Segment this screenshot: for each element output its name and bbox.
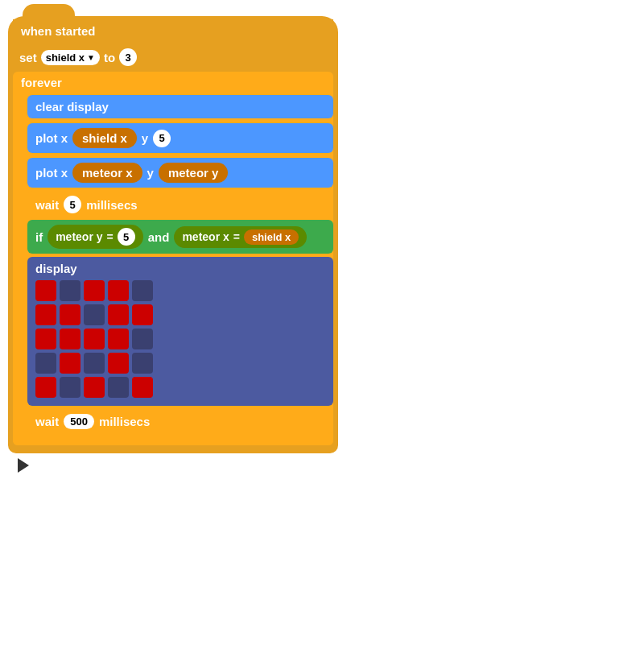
pixel-dark xyxy=(84,304,105,325)
pixel-dark xyxy=(132,353,153,374)
pixel-red xyxy=(108,304,129,325)
eq2: = xyxy=(233,230,240,243)
forever-block: forever clear display plot x shield x y … xyxy=(13,72,333,445)
plot-x2-label: plot x xyxy=(35,166,68,180)
set-block[interactable]: set shield x ▼ to 3 xyxy=(13,44,333,70)
condition-meteor-x[interactable]: meteor x = shield x xyxy=(174,226,307,248)
plot-shield-block[interactable]: plot x shield x y 5 xyxy=(27,123,333,153)
pixel-dark xyxy=(84,353,105,374)
pixel-red xyxy=(132,377,153,398)
to-label: to xyxy=(104,51,115,64)
meteor-y-var[interactable]: meteor y xyxy=(159,163,229,183)
pixel-dark xyxy=(132,280,153,301)
pixel-red xyxy=(60,304,80,325)
forever-label: forever xyxy=(13,72,333,93)
meteor-x-var[interactable]: meteor x xyxy=(72,163,142,183)
pixel-red xyxy=(84,377,105,398)
pixel-dark xyxy=(60,280,80,301)
pixel-red xyxy=(60,329,80,349)
pixel-red xyxy=(132,304,153,325)
forever-bottom xyxy=(13,437,333,445)
wait-value2[interactable]: 500 xyxy=(64,414,94,429)
cond-value1[interactable]: 5 xyxy=(118,228,135,246)
display-block: display xyxy=(27,257,333,406)
wait-label1: wait xyxy=(35,198,59,212)
if-label: if xyxy=(35,230,43,244)
pixel-dark xyxy=(60,377,80,398)
millisecs1: millisecs xyxy=(86,198,137,212)
set-label: set xyxy=(19,51,37,64)
pixel-red xyxy=(35,329,56,349)
if-block: if meteor y = 5 and meteor x = shield x xyxy=(27,220,333,254)
plot-meteor-block[interactable]: plot x meteor x y meteor y xyxy=(27,158,333,188)
pixel-red xyxy=(35,304,56,325)
wait-block-1[interactable]: wait 5 millisecs xyxy=(27,191,333,218)
meteor-y-cond: meteor y xyxy=(56,230,102,243)
dropdown-arrow: ▼ xyxy=(87,53,95,62)
clear-display-label: clear display xyxy=(35,100,109,114)
pixel-dark xyxy=(132,329,153,349)
millisecs2: millisecs xyxy=(99,415,150,428)
eq1: = xyxy=(107,230,114,243)
variable-name: shield x xyxy=(46,52,85,64)
shield-x-var1[interactable]: shield x xyxy=(72,128,137,148)
play-arrow-icon xyxy=(18,458,29,473)
variable-dropdown[interactable]: shield x ▼ xyxy=(41,50,100,65)
when-started-label: when started xyxy=(21,24,96,38)
pixel-red xyxy=(60,353,80,374)
script-container: when started set shield x ▼ to 3 forever… xyxy=(8,16,338,453)
plot-y1-value[interactable]: 5 xyxy=(153,130,171,147)
forever-inner: clear display plot x shield x y 5 plot x… xyxy=(27,93,333,437)
pixel-dark xyxy=(35,353,56,374)
pixel-red xyxy=(108,329,129,349)
when-started-block[interactable]: when started xyxy=(13,19,333,43)
pixel-red xyxy=(35,377,56,398)
meteor-x-cond: meteor x xyxy=(182,230,229,243)
pixel-red xyxy=(108,353,129,374)
pixel-dark xyxy=(108,377,129,398)
display-label: display xyxy=(35,262,77,275)
pixel-red xyxy=(35,280,56,301)
pixel-red xyxy=(84,329,105,349)
clear-display-block[interactable]: clear display xyxy=(27,95,333,118)
wait-label2: wait xyxy=(35,415,59,428)
pixel-red xyxy=(108,280,129,301)
and-label: and xyxy=(148,230,170,244)
wait-block-2[interactable]: wait 500 millisecs xyxy=(27,409,333,434)
set-value[interactable]: 3 xyxy=(119,48,137,66)
condition-meteor-y[interactable]: meteor y = 5 xyxy=(47,225,143,249)
pixel-red xyxy=(84,280,105,301)
display-grid xyxy=(35,280,325,398)
y-label2: y xyxy=(147,166,154,180)
y-label1: y xyxy=(142,131,148,145)
wait-value1[interactable]: 5 xyxy=(64,196,81,213)
plot-x1-label: plot x xyxy=(35,131,68,145)
shield-x-cond[interactable]: shield x xyxy=(244,229,299,245)
